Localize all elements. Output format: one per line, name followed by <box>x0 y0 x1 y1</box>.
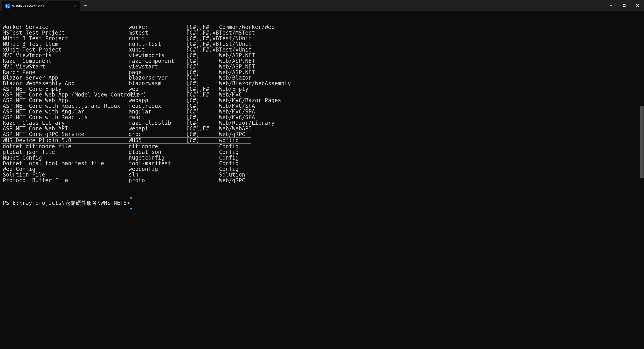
template-name: ASP.NET Core Web App (Model-View-Control… <box>3 92 128 98</box>
scrollbar-thumb[interactable] <box>640 106 644 178</box>
template-name: ASP.NET Core Web API <box>3 126 128 132</box>
minimize-button[interactable] <box>605 0 618 11</box>
template-shortname: mstest <box>128 30 186 36</box>
close-window-button[interactable] <box>631 0 644 11</box>
template-tags: Common/Worker/Web <box>219 24 641 30</box>
template-tags: wpflib <box>219 138 251 143</box>
template-shortname: reactredux <box>128 103 186 109</box>
window-controls <box>605 0 644 11</box>
tab-powershell[interactable]: >_ Windows PowerShell <box>2 1 80 11</box>
template-name: ASP.NET Core with Angular <box>3 109 128 114</box>
maximize-button[interactable] <box>618 0 631 11</box>
template-language: [C#],F#,VB <box>186 41 219 47</box>
template-tags: Web/MVC/SPA <box>219 114 641 120</box>
template-language: [C#],F#,VB <box>186 36 219 41</box>
terminal-window: >_ Windows PowerShell <box>0 0 644 349</box>
template-row: ASP.NET Core Web APIwebapi[C#],F#Web/Web… <box>3 126 641 132</box>
template-tags: Test/NUnit <box>219 36 641 41</box>
template-shortname: webapp <box>128 98 186 103</box>
template-row: dotnet gitignore filegitignoreConfig <box>3 144 641 150</box>
template-row: NUnit 3 Test Projectnunit[C#],F#,VBTest/… <box>3 36 641 41</box>
close-tab-button[interactable] <box>72 3 78 9</box>
template-name: Dotnet local tool manifest file <box>3 161 128 166</box>
template-name: Razor Page <box>3 70 128 75</box>
template-language <box>186 155 219 161</box>
tabbar-buttons <box>80 0 101 11</box>
template-shortname: nunit-test <box>128 41 186 47</box>
template-shortname: mvc <box>128 92 186 98</box>
template-row: xUnit Test Projectxunit[C#],F#,VBTest/xU… <box>3 47 641 53</box>
template-language: [C#] <box>186 70 219 75</box>
template-language: [C#] <box>186 103 219 109</box>
template-shortname: viewstart <box>128 64 186 70</box>
template-shortname: grpc <box>128 132 186 137</box>
template-name: ASP.NET Core Web App <box>3 98 128 103</box>
template-name: ASP.NET Core Empty <box>3 86 128 92</box>
template-shortname: proto <box>128 178 186 183</box>
template-name: MVC ViewImports <box>3 53 128 58</box>
template-name: MSTest Test Project <box>3 30 128 36</box>
prompt-text: PS E:\ray-projects\仓储硬件服务\WHS-NET5> <box>3 200 130 206</box>
template-language: [C#],F# <box>186 126 219 132</box>
template-row: MVC ViewImportsviewimports[C#]Web/ASP.NE… <box>3 53 641 58</box>
template-shortname: tool-manifest <box>128 161 186 166</box>
template-tags: Web/gRPC <box>219 132 641 137</box>
template-name: xUnit Test Project <box>3 47 128 53</box>
template-row: MVC ViewStartviewstart[C#]Web/ASP.NET <box>3 64 641 70</box>
template-name: Razor Class Library <box>3 120 128 126</box>
template-row: ASP.NET Core gRPC Servicegrpc[C#]Web/gRP… <box>3 132 641 137</box>
template-tags: Web/WebAPI <box>219 126 641 132</box>
template-tags: Web/ASP.NET <box>219 58 641 64</box>
template-language: [C#] <box>186 120 219 126</box>
terminal-output[interactable]: Worker Serviceworker[C#],F#Common/Worker… <box>0 11 644 349</box>
template-tags: Web/ASP.NET <box>219 70 641 75</box>
template-name: Razor Component <box>3 58 128 64</box>
template-row: Razor Class Libraryrazorclasslib[C#]Web/… <box>3 120 641 126</box>
template-tags: Test/MSTest <box>219 30 641 36</box>
template-tags: Test/xUnit <box>219 47 641 53</box>
template-shortname: worker <box>128 24 186 30</box>
template-row: Dotnet local tool manifest filetool-mani… <box>3 161 641 166</box>
template-name: NUnit 3 Test Project <box>3 36 128 41</box>
template-shortname: globaljson <box>128 150 186 155</box>
template-tags: Web/MVC <box>219 92 641 98</box>
template-name: global.json file <box>3 150 128 155</box>
template-row: Web ConfigwebconfigConfig <box>3 166 641 172</box>
template-language: [C#],F#,VB <box>186 30 219 36</box>
template-name: Web Config <box>3 166 128 172</box>
template-row: Blazor Server Appblazorserver[C#]Web/Bla… <box>3 75 641 81</box>
template-tags: Web/MVC/Razor Pages <box>219 98 641 103</box>
template-tags: Config <box>219 155 641 161</box>
template-shortname: angular <box>128 109 186 114</box>
template-language <box>186 178 219 183</box>
template-row: ASP.NET Core with React.js and Reduxreac… <box>3 103 641 109</box>
template-language: [C#] <box>186 98 219 103</box>
template-name: WHS Device Plugin 5.0 <box>3 138 128 143</box>
template-shortname: react <box>128 114 186 120</box>
template-language <box>186 144 219 150</box>
template-shortname: nunit <box>128 36 186 41</box>
template-row: Worker Serviceworker[C#],F#Common/Worker… <box>3 24 641 30</box>
template-name: Protocol Buffer File <box>3 178 128 183</box>
template-language <box>186 150 219 155</box>
template-tags: Config <box>219 150 641 155</box>
template-row: MSTest Test Projectmstest[C#],F#,VBTest/… <box>3 30 641 36</box>
template-shortname: web <box>128 86 186 92</box>
vertical-scrollbar[interactable] <box>640 11 644 348</box>
template-name: dotnet gitignore file <box>3 144 128 150</box>
template-row: Razor Componentrazorcomponent[C#]Web/ASP… <box>3 58 641 64</box>
template-name: NUnit 3 Test Item <box>3 41 128 47</box>
tab-dropdown-button[interactable] <box>90 0 101 11</box>
template-shortname: razorclasslib <box>128 120 186 126</box>
template-shortname: webconfig <box>128 166 186 172</box>
template-row: NuGet ConfignugetconfigConfig <box>3 155 641 161</box>
template-row: Solution FileslnSolution <box>3 172 641 178</box>
template-name: Solution File <box>3 172 128 178</box>
template-shortname: blazorserver <box>128 75 186 81</box>
template-tags: Web/Blazor <box>219 75 641 81</box>
template-language: [C#] <box>186 75 219 81</box>
new-tab-button[interactable] <box>80 0 90 11</box>
template-tags: Web/Blazor/WebAssembly <box>219 81 641 86</box>
template-language: [C#],F# <box>186 92 219 98</box>
template-name: ASP.NET Core gRPC Service <box>3 132 128 137</box>
